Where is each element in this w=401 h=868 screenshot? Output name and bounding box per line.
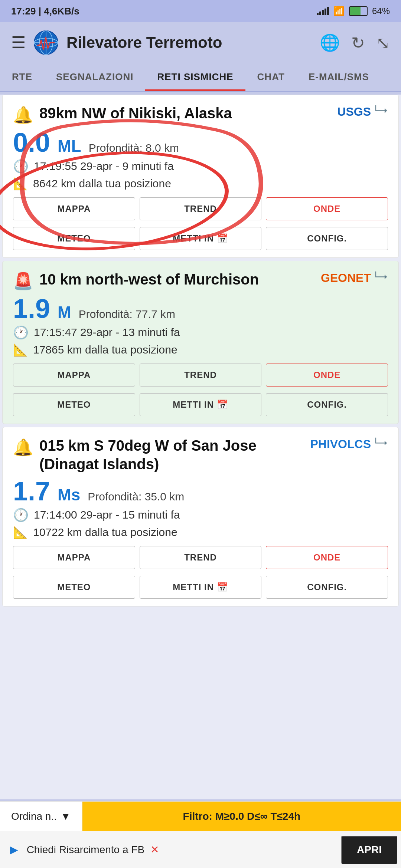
eq-location-row-1: 🔔 89km NW of Nikiski, Alaska xyxy=(13,104,337,125)
ad-bar: ► Chiedi Risarcimento a FB ✕ APRI xyxy=(0,831,401,868)
metti-btn-2[interactable]: METTI IN 📅 xyxy=(140,393,262,416)
eq-location-1: 89km NW of Nikiski, Alaska xyxy=(39,104,232,122)
config-btn-2[interactable]: CONFIG. xyxy=(266,393,388,416)
tab-reti-sismiche[interactable]: RETI SISMICHE xyxy=(145,63,245,91)
eq-depth-2: Profondità: 77.7 km xyxy=(79,308,175,320)
filter-label: Filtro: M≥0.0 D≤∞ T≤24h xyxy=(183,811,301,822)
eq-card-1: 🔔 89km NW of Nikiski, Alaska USGS ⮡ 0.0 … xyxy=(2,95,399,258)
eq-header-1: 🔔 89km NW of Nikiski, Alaska USGS ⮡ xyxy=(13,104,388,125)
eq-dist-row-1: 📐 8642 km dalla tua posizione xyxy=(13,177,388,191)
meteo-btn-2[interactable]: METEO xyxy=(13,393,135,416)
distance-icon-1: 📐 xyxy=(13,177,28,191)
onde-btn-2[interactable]: ONDE xyxy=(266,364,388,387)
eq-card-3: 🔔 015 km S 70deg W of San Jose (Dinagat … xyxy=(2,427,399,606)
ad-close-icon[interactable]: ✕ xyxy=(150,844,159,856)
onde-btn-3[interactable]: ONDE xyxy=(266,546,388,569)
bottom-bar: Ordina n.. ▼ Filtro: M≥0.0 D≤∞ T≤24h xyxy=(0,801,401,831)
eq-mag-unit-1: ML xyxy=(58,137,81,155)
bell-icon-1: 🔔 xyxy=(13,105,33,125)
bell-icon-2: 🚨 xyxy=(13,272,33,291)
meteo-btn-3[interactable]: METEO xyxy=(13,576,135,599)
eq-source-1: USGS ⮡ xyxy=(337,104,388,119)
tab-email-sms[interactable]: E-MAIL/SMS xyxy=(297,63,381,91)
collapse-icon[interactable]: ⤡ xyxy=(376,33,390,52)
eq-header-3: 🔔 015 km S 70deg W of San Jose (Dinagat … xyxy=(13,436,388,473)
metti-btn-1[interactable]: METTI IN 📅 xyxy=(140,227,262,250)
metti-btn-3[interactable]: METTI IN 📅 xyxy=(140,576,262,599)
share-icon-2[interactable]: ⮡ xyxy=(375,270,388,286)
eq-source-2: GEONET ⮡ xyxy=(321,270,388,286)
app-logo xyxy=(33,30,59,56)
tab-chat[interactable]: CHAT xyxy=(245,63,297,91)
trend-btn-3[interactable]: TREND xyxy=(140,546,262,569)
status-icons: 📶 64% xyxy=(317,6,390,16)
clock-icon-3: 🕐 xyxy=(13,507,29,522)
trend-btn-2[interactable]: TREND xyxy=(140,364,262,387)
eq-location-2: 10 km north-west of Murchison xyxy=(39,270,259,289)
clock-icon-1: 🕐 xyxy=(13,159,29,174)
eq-time-text-1: 17:19:55 29-apr - 9 minuti fa xyxy=(34,160,174,172)
eq-mag-row-2: 1.9 M Profondità: 77.7 km xyxy=(13,295,388,322)
btn-row-1b: METEO METTI IN 📅 CONFIG. xyxy=(13,227,388,250)
eq-location-row-3: 🔔 015 km S 70deg W of San Jose (Dinagat … xyxy=(13,436,310,473)
eq-dist-row-3: 📐 10722 km dalla tua posizione xyxy=(13,525,388,539)
share-icon-3[interactable]: ⮡ xyxy=(375,436,388,452)
tab-segnalazioni[interactable]: SEGNALAZIONI xyxy=(44,63,145,91)
btn-row-3a: MAPPA TREND ONDE xyxy=(13,546,388,569)
filter-bar[interactable]: Filtro: M≥0.0 D≤∞ T≤24h xyxy=(82,802,401,831)
app-bar-actions: 🌐 ↻ ⤡ xyxy=(320,33,390,52)
globe-action-icon[interactable]: 🌐 xyxy=(320,33,340,52)
ad-play-icon: ► xyxy=(7,842,21,858)
btn-row-2b: METEO METTI IN 📅 CONFIG. xyxy=(13,393,388,416)
onde-btn-1[interactable]: ONDE xyxy=(266,197,388,220)
eq-mag-unit-2: M xyxy=(58,303,71,322)
share-icon-1[interactable]: ⮡ xyxy=(375,104,388,119)
config-btn-3[interactable]: CONFIG. xyxy=(266,576,388,599)
eq-time-row-1: 🕐 17:19:55 29-apr - 9 minuti fa xyxy=(13,159,388,174)
tab-bar: RTE SEGNALAZIONI RETI SISMICHE CHAT E-MA… xyxy=(0,63,401,92)
status-bar: 17:29 | 4,6KB/s 📶 64% xyxy=(0,0,401,22)
eq-dist-text-3: 10722 km dalla tua posizione xyxy=(33,526,177,539)
config-btn-1[interactable]: CONFIG. xyxy=(266,227,388,250)
clock-icon-2: 🕐 xyxy=(13,325,29,340)
tab-rte[interactable]: RTE xyxy=(0,63,44,91)
chevron-down-icon: ▼ xyxy=(61,811,71,822)
eq-time-text-3: 17:14:00 29-apr - 15 minuti fa xyxy=(34,509,180,521)
sort-label: Ordina n.. xyxy=(11,811,57,822)
eq-dist-text-2: 17865 km dalla tua posizione xyxy=(33,343,177,356)
meteo-btn-1[interactable]: METEO xyxy=(13,227,135,250)
btn-row-3b: METEO METTI IN 📅 CONFIG. xyxy=(13,576,388,599)
wifi-icon: 📶 xyxy=(333,6,345,16)
source-label-3: PHIVOLCS xyxy=(310,437,371,451)
mappa-btn-1[interactable]: MAPPA xyxy=(13,197,135,220)
mappa-btn-2[interactable]: MAPPA xyxy=(13,364,135,387)
distance-icon-3: 📐 xyxy=(13,525,28,539)
battery-icon xyxy=(349,6,368,16)
ad-open-button[interactable]: APRI xyxy=(341,836,397,864)
eq-dist-row-2: 📐 17865 km dalla tua posizione xyxy=(13,343,388,357)
distance-icon-2: 📐 xyxy=(13,343,28,357)
btn-row-1a: MAPPA TREND ONDE xyxy=(13,197,388,220)
eq-location-3: 015 km S 70deg W of San Jose (Dinagat Is… xyxy=(39,436,310,473)
mappa-btn-3[interactable]: MAPPA xyxy=(13,546,135,569)
signal-icon xyxy=(317,7,329,15)
eq-dist-text-1: 8642 km dalla tua posizione xyxy=(33,177,171,190)
eq-mag-value-1: 0.0 xyxy=(13,129,50,156)
bell-icon-3: 🔔 xyxy=(13,438,33,457)
ad-content: ► Chiedi Risarcimento a FB ✕ xyxy=(0,842,341,858)
content-area: 🔔 89km NW of Nikiski, Alaska USGS ⮡ 0.0 … xyxy=(0,95,401,799)
trend-btn-1[interactable]: TREND xyxy=(140,197,262,220)
source-label-2: GEONET xyxy=(321,271,371,285)
sort-button[interactable]: Ordina n.. ▼ xyxy=(0,802,82,831)
eq-card-wrapper-1: 🔔 89km NW of Nikiski, Alaska USGS ⮡ 0.0 … xyxy=(0,95,401,258)
eq-source-3: PHIVOLCS ⮡ xyxy=(310,436,388,452)
eq-time-row-3: 🕐 17:14:00 29-apr - 15 minuti fa xyxy=(13,507,388,522)
btn-row-2a: MAPPA TREND ONDE xyxy=(13,364,388,387)
refresh-icon[interactable]: ↻ xyxy=(351,33,365,52)
eq-mag-value-2: 1.9 xyxy=(13,295,50,322)
eq-depth-1: Profondità: 8.0 km xyxy=(89,142,179,154)
eq-time-text-2: 17:15:47 29-apr - 13 minuti fa xyxy=(34,326,180,339)
app-bar: ☰ Rilevatore Terremoto 🌐 ↻ ⤡ xyxy=(0,22,401,63)
menu-icon[interactable]: ☰ xyxy=(11,34,26,51)
eq-time-row-2: 🕐 17:15:47 29-apr - 13 minuti fa xyxy=(13,325,388,340)
